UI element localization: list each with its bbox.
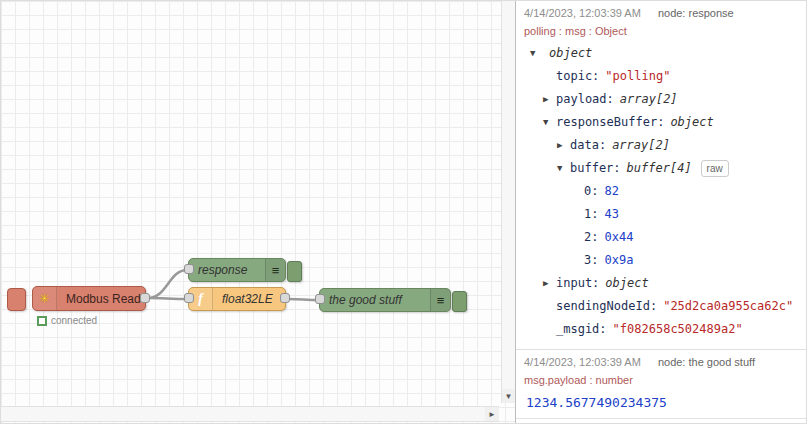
tree-row: 2:0x44 (524, 226, 802, 249)
timestamp: 4/14/2023, 12:03:39 AM (524, 356, 641, 368)
clipped-node[interactable] (7, 288, 26, 311)
status-text: connected (51, 315, 97, 326)
node-function-float32le[interactable]: f float32LE (188, 287, 286, 311)
tree-key: 0: (584, 184, 598, 198)
tree-row[interactable]: ▼buffer:buffer[4]raw (524, 157, 802, 180)
source-node: node: response (658, 7, 734, 19)
debug-list-icon: ≡ (430, 289, 450, 311)
raw-button[interactable]: raw (701, 160, 729, 177)
debug-meta: 4/14/2023, 12:03:39 AM node: the good st… (524, 356, 802, 368)
tree-row[interactable]: ▼object (524, 42, 802, 65)
node-debug-good-stuff[interactable]: the good stuff ≡ (319, 288, 451, 312)
timestamp: 4/14/2023, 12:03:39 AM (524, 7, 641, 19)
tree-value: "f082658c502489a2" (613, 322, 743, 336)
tree-row: topic:"polling" (524, 65, 802, 88)
tree-value: 0x9a (604, 253, 633, 267)
tree-value: object (670, 115, 713, 129)
tree-row: sendingNodeId:"25d2ca0a955ca62c" (524, 295, 802, 318)
msg-path: polling : msg : Object (524, 25, 802, 37)
output-port[interactable] (140, 293, 150, 303)
tree-key: input: (556, 276, 599, 290)
tree-value: array[2] (620, 92, 678, 106)
debug-sidebar[interactable]: 4/14/2023, 12:03:39 AM node: response po… (515, 1, 806, 423)
debug-toggle-button[interactable] (452, 291, 467, 312)
tree-key: 1: (584, 207, 598, 221)
tree-value: 43 (604, 207, 618, 221)
tree-value: "25d2ca0a955ca62c" (663, 299, 793, 313)
node-red-window: ✳ Modbus Read connected response ≡ f flo… (0, 0, 807, 424)
tree-key: 2: (584, 230, 598, 244)
tree-key: topic: (556, 69, 599, 83)
caret-icon[interactable]: ▼ (530, 42, 543, 65)
caret-icon[interactable]: ▼ (557, 157, 570, 180)
vertical-scrollbar[interactable]: ▼ (501, 1, 515, 403)
status-dot-icon (37, 316, 47, 326)
modbus-gear-icon: ✳ (33, 287, 57, 310)
tree-value: object (549, 46, 592, 60)
tree-value: "polling" (605, 69, 670, 83)
payload-value: 1234.5677490234375 (524, 395, 802, 410)
node-label: float32LE (213, 292, 282, 306)
tree-key: _msgid: (556, 322, 607, 336)
input-port[interactable] (184, 293, 194, 303)
json-tree: ▼object topic:"polling" ▶payload:array[2… (524, 42, 802, 341)
wire-layer (1, 1, 515, 424)
scroll-right-icon[interactable]: ► (485, 407, 499, 421)
tree-key: payload: (556, 92, 614, 106)
debug-meta: 4/14/2023, 12:03:39 AM node: response (524, 7, 802, 19)
tree-key: data: (570, 138, 606, 152)
debug-toggle-button[interactable] (287, 261, 302, 282)
tree-row[interactable]: ▶data:array[2] (524, 134, 802, 157)
horizontal-scrollbar[interactable]: ► (1, 406, 499, 422)
node-status: connected (37, 315, 97, 326)
wire-modbus-float32[interactable] (148, 298, 187, 299)
scroll-down-icon[interactable]: ▼ (502, 389, 515, 403)
tree-value: 82 (604, 184, 618, 198)
node-debug-response[interactable]: response ≡ (188, 258, 286, 282)
node-label: the good stuff (320, 293, 411, 307)
debug-message: 4/14/2023, 12:03:39 AM node: response po… (516, 1, 806, 350)
tree-row: 3:0x9a (524, 249, 802, 272)
caret-icon[interactable]: ▼ (543, 111, 556, 134)
tree-value: array[2] (612, 138, 670, 152)
caret-icon[interactable]: ▶ (557, 134, 570, 157)
tree-key: sendingNodeId: (556, 299, 657, 313)
tree-row: 1:43 (524, 203, 802, 226)
input-port[interactable] (315, 294, 325, 304)
tree-value: 0x44 (604, 230, 633, 244)
node-label: response (189, 263, 256, 277)
tree-row[interactable]: ▼responseBuffer:object (524, 111, 802, 134)
output-port[interactable] (280, 293, 290, 303)
caret-icon[interactable]: ▶ (543, 88, 556, 111)
node-label: Modbus Read (57, 292, 150, 306)
tree-value: buffer[4] (627, 161, 692, 175)
tree-key: buffer: (570, 161, 621, 175)
tree-row: 0:82 (524, 180, 802, 203)
msg-path: msg.payload : number (524, 374, 802, 386)
debug-message: 4/14/2023, 12:03:39 AM node: the good st… (516, 350, 806, 419)
tree-row: _msgid:"f082658c502489a2" (524, 318, 802, 341)
input-port[interactable] (184, 264, 194, 274)
debug-list-icon: ≡ (265, 259, 285, 281)
source-node: node: the good stuff (658, 356, 755, 368)
tree-key: responseBuffer: (556, 115, 664, 129)
tree-key: 3: (584, 253, 598, 267)
caret-icon[interactable]: ▶ (543, 272, 556, 295)
node-modbus-read[interactable]: ✳ Modbus Read (32, 286, 146, 311)
tree-value: object (605, 276, 648, 290)
wire-modbus-response[interactable] (148, 270, 187, 298)
tree-row[interactable]: ▶input:object (524, 272, 802, 295)
tree-row[interactable]: ▶payload:array[2] (524, 88, 802, 111)
flow-canvas[interactable]: ✳ Modbus Read connected response ≡ f flo… (1, 1, 515, 424)
